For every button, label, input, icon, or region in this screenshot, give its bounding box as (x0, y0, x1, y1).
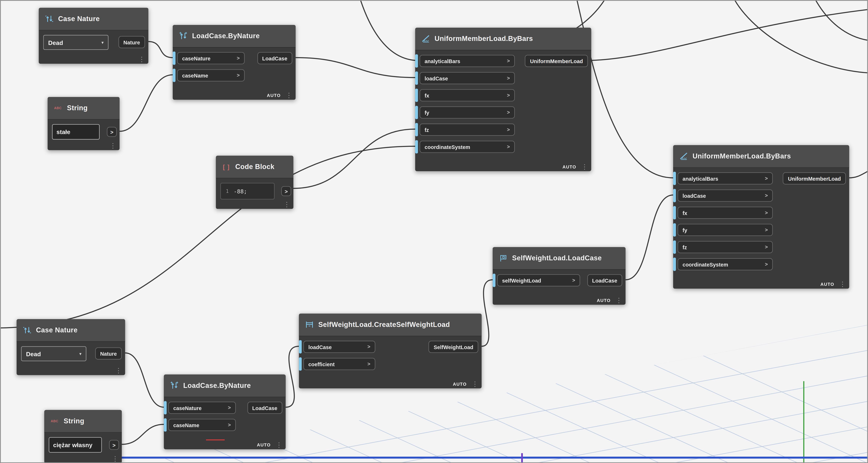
code-editor[interactable]: 1-88; (220, 183, 275, 199)
node-header[interactable]: Case Nature (17, 319, 125, 342)
input-port-marker[interactable] (164, 401, 166, 414)
node-header[interactable]: LoadCase.ByNature (173, 25, 296, 48)
output-port[interactable]: > (107, 127, 117, 137)
lacing-auto-label[interactable]: AUTO (267, 93, 281, 98)
node-menu-icon[interactable]: ⋮ (115, 368, 122, 373)
input-port-fy[interactable]: fy> (678, 224, 773, 236)
output-port-UniformMemberLoad[interactable]: UniformMemberLoad (783, 172, 846, 184)
node-case-nature-2[interactable]: Case NatureDead▾Nature⋮ (17, 319, 125, 375)
input-port-marker[interactable] (415, 140, 418, 153)
input-port-fy[interactable]: fy> (420, 107, 515, 119)
input-port-marker[interactable] (415, 71, 418, 85)
input-port-caseName[interactable]: caseName> (177, 69, 245, 82)
output-port-LoadCase[interactable]: LoadCase (587, 274, 622, 286)
node-load-case-by-nature-2[interactable]: LoadCase.ByNaturecaseNature>caseName>Loa… (164, 375, 286, 450)
wire-uniform-member-load-2.UniformMemberLoad-to-offscreen-right[interactable] (849, 169, 868, 178)
wire-self-weight-create.SelfWeightLoad-to-self-weight-load-case.selfWeightLoad[interactable] (482, 280, 493, 346)
wire-string-2.out-to-load-case-by-nature-2.caseName[interactable] (122, 425, 164, 444)
node-self-weight-load-case[interactable]: SelfWeightLoad.LoadCaseselfWeightLoad>Lo… (493, 247, 625, 305)
lacing-auto-label[interactable]: AUTO (562, 164, 576, 169)
input-port-marker[interactable] (673, 240, 676, 254)
node-string-2[interactable]: ABCStringciężar własny>⋮ (44, 410, 122, 463)
wire-offscreen-left-to-uniform-member-load-1.coordinateSystem[interactable] (0, 146, 415, 328)
input-port-marker[interactable] (673, 189, 676, 202)
node-header[interactable]: [ ]Code Block (216, 156, 293, 178)
input-port-marker[interactable] (415, 123, 418, 136)
output-port[interactable]: > (109, 440, 119, 450)
node-load-case-by-nature-1[interactable]: LoadCase.ByNaturecaseNature>caseName>Loa… (173, 25, 296, 100)
input-port-marker[interactable] (299, 357, 302, 371)
case-dropdown[interactable]: Dead▾ (21, 346, 86, 361)
input-port-caseNature[interactable]: caseNature> (168, 402, 236, 414)
input-port-marker[interactable] (173, 52, 176, 65)
lacing-auto-label[interactable]: AUTO (820, 282, 834, 287)
input-port-marker[interactable] (415, 89, 418, 102)
input-port-fz[interactable]: fz> (420, 123, 515, 136)
input-port-marker[interactable] (673, 206, 676, 220)
node-menu-icon[interactable]: ⋮ (138, 57, 145, 62)
input-port-caseNature[interactable]: caseNature> (177, 52, 245, 64)
wire-case-nature-2.Nature-to-load-case-by-nature-2.caseNature[interactable] (125, 353, 164, 407)
node-header[interactable]: ABCString (48, 97, 120, 120)
output-port[interactable]: > (281, 186, 291, 196)
node-case-nature-1[interactable]: Case NatureDead▾Nature⋮ (39, 8, 148, 64)
lacing-auto-label[interactable]: AUTO (597, 298, 611, 303)
input-port-fx[interactable]: fx> (678, 207, 773, 219)
node-menu-icon[interactable]: ⋮ (283, 202, 290, 207)
output-port-LoadCase[interactable]: LoadCase (257, 52, 292, 64)
wire-load-case-by-nature-2.LoadCase-to-self-weight-create.loadCase[interactable] (286, 346, 299, 407)
output-port-SelfWeightLoad[interactable]: SelfWeightLoad (429, 341, 478, 353)
wire-uniform-member-load-1.UniformMemberLoad-to-offscreen-right[interactable] (591, 9, 868, 60)
node-header[interactable]: SelfWeightLoad.LoadCase (493, 247, 625, 270)
string-input[interactable]: stałe (52, 124, 100, 140)
node-menu-icon[interactable]: ⋮ (286, 93, 292, 98)
input-port-loadCase[interactable]: loadCase> (303, 341, 375, 353)
node-uniform-member-load-2[interactable]: UniformMemberLoad.ByBarsanalyticalBars>l… (673, 145, 849, 289)
output-port-UniformMemberLoad[interactable]: UniformMemberLoad (525, 55, 588, 67)
input-port-marker[interactable] (299, 340, 302, 353)
graph-canvas[interactable]: Case NatureDead▾Nature⋮LoadCase.ByNature… (0, 0, 868, 463)
input-port-coordinateSystem[interactable]: coordinateSystem> (678, 258, 773, 270)
wire-string-1.out-to-load-case-by-nature-1.caseName[interactable] (120, 75, 173, 132)
input-port-coefficient[interactable]: coefficient> (303, 358, 375, 370)
node-uniform-member-load-1[interactable]: UniformMemberLoad.ByBarsanalyticalBars>l… (415, 28, 591, 171)
node-header[interactable]: ABCString (44, 410, 122, 433)
string-input[interactable]: ciężar własny (49, 437, 102, 453)
wire-offscreen-top-to-offscreen-right[interactable] (732, 0, 868, 73)
wire-offscreen-top-to-offscreen-right[interactable] (812, 0, 868, 41)
input-port-fx[interactable]: fx> (420, 89, 515, 101)
node-menu-icon[interactable]: ⋮ (110, 143, 116, 148)
node-header[interactable]: SelfWeightLoad.CreateSelfWeightLoad (299, 314, 482, 337)
wire-self-weight-load-case.LoadCase-to-uniform-member-load-2.loadCase[interactable] (625, 195, 673, 280)
input-port-marker[interactable] (673, 223, 676, 236)
input-port-marker[interactable] (493, 273, 495, 287)
node-code-block[interactable]: [ ]Code Block1-88;>⋮ (216, 156, 293, 209)
input-port-loadCase[interactable]: loadCase> (420, 72, 515, 84)
input-port-analyticalBars[interactable]: analyticalBars> (420, 55, 515, 67)
input-port-fz[interactable]: fz> (678, 241, 773, 253)
output-port-LoadCase[interactable]: LoadCase (247, 402, 282, 414)
node-menu-icon[interactable]: ⋮ (839, 282, 846, 287)
node-menu-icon[interactable]: ⋮ (472, 381, 478, 386)
node-header[interactable]: UniformMemberLoad.ByBars (415, 28, 591, 50)
input-port-marker[interactable] (173, 69, 176, 82)
input-port-marker[interactable] (673, 258, 676, 271)
input-port-analyticalBars[interactable]: analyticalBars> (678, 172, 773, 184)
node-header[interactable]: UniformMemberLoad.ByBars (673, 145, 849, 168)
lacing-auto-label[interactable]: AUTO (453, 381, 467, 386)
output-port-Nature[interactable]: Nature (118, 36, 145, 48)
input-port-coordinateSystem[interactable]: coordinateSystem> (420, 141, 515, 153)
output-port-Nature[interactable]: Nature (95, 347, 122, 359)
node-header[interactable]: LoadCase.ByNature (164, 375, 286, 397)
input-port-loadCase[interactable]: loadCase> (678, 190, 773, 202)
input-port-selfWeightLoad[interactable]: selfWeightLoad> (497, 274, 580, 286)
lacing-auto-label[interactable]: AUTO (257, 442, 271, 447)
input-port-caseName[interactable]: caseName> (168, 419, 236, 431)
input-port-marker[interactable] (164, 418, 166, 432)
node-string-1[interactable]: ABCStringstałe>⋮ (48, 97, 120, 150)
wire-load-case-by-nature-1.LoadCase-to-uniform-member-load-1.loadCase[interactable] (296, 58, 415, 78)
case-dropdown[interactable]: Dead▾ (43, 35, 108, 50)
input-port-marker[interactable] (415, 106, 418, 119)
node-menu-icon[interactable]: ⋮ (581, 164, 588, 169)
node-menu-icon[interactable]: ⋮ (112, 456, 119, 461)
